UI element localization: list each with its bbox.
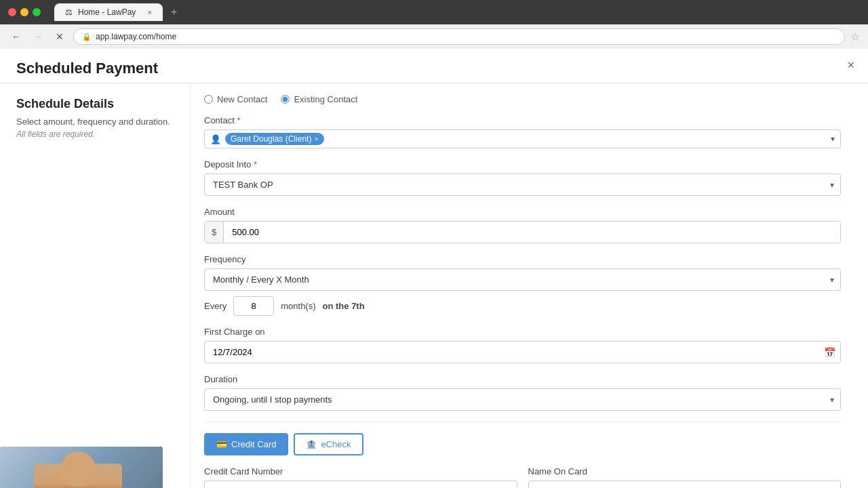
tab-favicon: ⚖ (65, 7, 73, 17)
new-contact-radio[interactable] (204, 95, 213, 104)
every-input[interactable] (233, 296, 274, 316)
contact-group: Contact * 👤 Garet Douglas (Client) × ▾ (204, 115, 841, 148)
echeck-icon: 🏦 (306, 439, 317, 449)
reload-button[interactable]: ✕ (52, 28, 68, 45)
frequency-select[interactable]: Monthly / Every X Month (204, 268, 841, 291)
schedule-details-subtitle: Select amount, frequency and duration. (16, 117, 174, 127)
on-the-text: on the 7th (323, 301, 365, 311)
contact-toggle: New Contact Existing Contact (204, 94, 841, 104)
amount-prefix: $ (205, 222, 224, 243)
name-on-card-col: Name On Card (528, 466, 842, 488)
left-panel: Schedule Details Select amount, frequenc… (0, 83, 190, 488)
duration-group: Duration Ongoing, until I stop payments (204, 374, 841, 411)
first-charge-group: First Charge on 📅 (204, 327, 841, 363)
deposit-label: Deposit Into * (204, 159, 841, 169)
close-window-btn[interactable] (8, 8, 16, 16)
existing-contact-radio[interactable] (281, 95, 290, 104)
page-header: Scheduled Payment × (0, 49, 868, 83)
section-divider (204, 422, 841, 422)
cc-number-col: Credit Card Number 📷 (204, 466, 517, 488)
forward-button[interactable]: → (30, 28, 46, 45)
contact-person-icon: 👤 (210, 134, 221, 144)
cc-number-label: Credit Card Number (204, 466, 517, 476)
frequency-label: Frequency (204, 254, 841, 264)
credit-card-icon: 💳 (216, 439, 227, 449)
duration-label: Duration (204, 374, 841, 384)
page-wrapper: Scheduled Payment × Schedule Details Sel… (0, 49, 868, 488)
cc-number-input[interactable] (204, 481, 517, 488)
date-wrapper: 📅 (204, 341, 841, 363)
name-on-card-input[interactable] (528, 481, 842, 488)
video-overlay: ▶ 0:42 (0, 447, 163, 488)
cc-input-wrapper: 📷 (204, 481, 517, 488)
minimize-window-btn[interactable] (20, 8, 28, 16)
lock-icon: 🔒 (82, 33, 92, 41)
frequency-group: Frequency Monthly / Every X Month Every … (204, 254, 841, 316)
schedule-details-title: Schedule Details (16, 97, 174, 111)
month-suffix: month(s) (281, 301, 315, 311)
tab-close-icon[interactable]: × (148, 8, 152, 16)
video-placeholder: ▶ 0:42 (0, 447, 163, 488)
browser-tab[interactable]: ⚖ Home - LawPay × (54, 3, 163, 21)
address-text: app.lawpay.com/home (96, 32, 176, 41)
name-on-card-label: Name On Card (528, 466, 842, 476)
window-controls (8, 8, 41, 16)
deposit-select[interactable]: TEST Bank OP (204, 174, 841, 196)
amount-group: Amount $ (204, 207, 841, 243)
duration-select[interactable]: Ongoing, until I stop payments (204, 388, 841, 411)
contact-chip[interactable]: Garet Douglas (Client) × (225, 133, 324, 145)
schedule-details-note: All fields are required. (16, 129, 174, 139)
browser-title-bar: ⚖ Home - LawPay × + (0, 0, 868, 24)
chip-close-icon[interactable]: × (314, 135, 318, 143)
contact-label: Contact * (204, 115, 841, 125)
page-title: Scheduled Payment (16, 60, 852, 77)
amount-wrapper: $ (204, 221, 841, 243)
duration-select-wrapper: Ongoing, until I stop payments (204, 388, 841, 411)
tab-title: Home - LawPay (78, 7, 136, 17)
tab-credit-card[interactable]: 💳 Credit Card (204, 433, 288, 455)
close-button[interactable]: × (847, 58, 854, 73)
new-contact-radio-label[interactable]: New Contact (204, 94, 267, 104)
first-charge-input[interactable] (204, 341, 841, 363)
back-button[interactable]: ← (8, 28, 24, 45)
contact-dropdown-icon[interactable]: ▾ (831, 134, 835, 144)
calendar-icon[interactable]: 📅 (824, 347, 835, 358)
new-tab-button[interactable]: + (171, 6, 177, 18)
first-charge-label: First Charge on (204, 327, 841, 337)
existing-contact-radio-label[interactable]: Existing Contact (281, 94, 357, 104)
bookmark-button[interactable]: ☆ (850, 30, 860, 43)
form-container: Schedule Details Select amount, frequenc… (0, 83, 868, 488)
right-panel: New Contact Existing Contact Contact * 👤… (190, 83, 868, 488)
maximize-window-btn[interactable] (33, 8, 41, 16)
tab-echeck[interactable]: 🏦 eCheck (294, 433, 363, 455)
frequency-select-wrapper: Monthly / Every X Month (204, 268, 841, 291)
address-bar[interactable]: 🔒 app.lawpay.com/home (73, 28, 845, 45)
amount-input[interactable] (224, 222, 840, 243)
deposit-group: Deposit Into * TEST Bank OP (204, 159, 841, 196)
frequency-row: Every month(s) on the 7th (204, 296, 841, 316)
browser-toolbar: ← → ✕ 🔒 app.lawpay.com/home ☆ (0, 24, 868, 49)
contact-field[interactable]: 👤 Garet Douglas (Client) × ▾ (204, 129, 841, 148)
amount-label: Amount (204, 207, 841, 217)
cc-number-name-row: Credit Card Number 📷 Name On Card (204, 466, 841, 488)
every-label: Every (204, 301, 226, 311)
payment-tab-row: 💳 Credit Card 🏦 eCheck (204, 433, 841, 455)
deposit-select-wrapper: TEST Bank OP (204, 174, 841, 196)
